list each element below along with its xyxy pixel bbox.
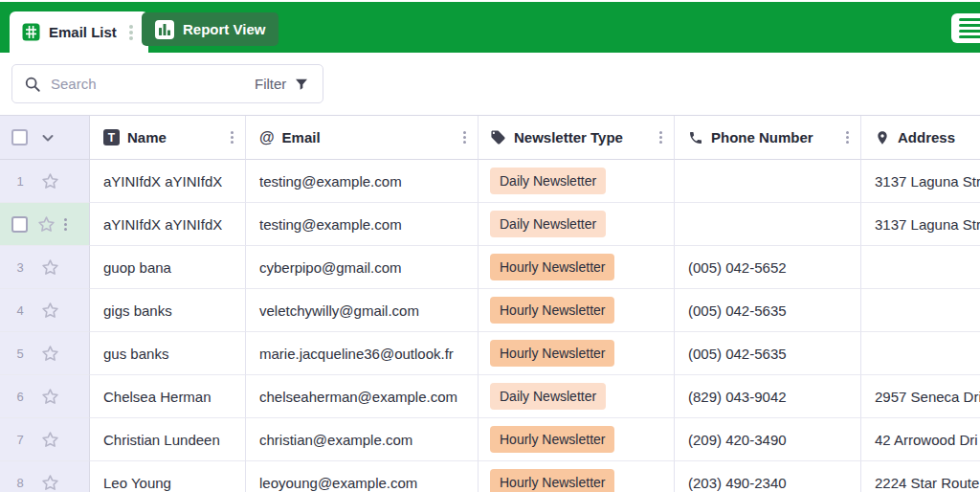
tab-menu-icon[interactable] xyxy=(125,23,137,42)
star-icon[interactable] xyxy=(40,387,60,407)
email-cell-text: christian@example.com xyxy=(259,432,412,448)
newsletter-type-cell[interactable]: Hourly Newsletter xyxy=(479,289,675,332)
newsletter-chip: Daily Newsletter xyxy=(490,168,606,194)
email-cell[interactable]: veletchywilly@gmail.com xyxy=(246,289,479,332)
newsletter-type-cell[interactable]: Daily Newsletter xyxy=(479,160,675,203)
phone-cell[interactable]: (005) 042-5635 xyxy=(675,332,861,375)
newsletter-type-cell[interactable]: Hourly Newsletter xyxy=(479,461,675,492)
phone-cell-text: (005) 042-5635 xyxy=(688,346,787,362)
newsletter-type-cell[interactable]: Daily Newsletter xyxy=(479,203,675,246)
bar-chart-icon xyxy=(155,20,174,39)
address-cell-text: 2957 Seneca Dri xyxy=(875,389,980,405)
column-menu-icon[interactable] xyxy=(459,129,470,145)
email-cell[interactable]: christian@example.com xyxy=(246,418,479,461)
row-number: 5 xyxy=(11,347,29,361)
phone-cell[interactable]: (005) 042-5652 xyxy=(675,246,861,289)
tab-report-view[interactable]: Report View xyxy=(142,12,278,46)
search-box[interactable] xyxy=(12,65,241,102)
table-row[interactable]: 1 aYINIfdX aYINIfdX testing@example.com … xyxy=(0,160,980,203)
name-cell-text: aYINIfdX aYINIfdX xyxy=(103,173,222,190)
newsletter-type-cell[interactable]: Hourly Newsletter xyxy=(479,418,675,461)
row-number: 6 xyxy=(11,390,29,404)
column-header-phone[interactable]: Phone Number xyxy=(675,116,861,160)
phone-cell-text: (209) 420-3490 xyxy=(688,432,787,448)
phone-cell[interactable] xyxy=(675,203,861,246)
address-cell[interactable]: 3137 Laguna Stre xyxy=(861,203,980,246)
email-cell-text: chelseaherman@example.com xyxy=(259,389,457,405)
email-cell-text: marie.jacqueline36@outlook.fr xyxy=(259,346,454,362)
table-row[interactable]: 8 Leo Young leoyoung@example.com Hourly … xyxy=(0,461,980,492)
column-header-address[interactable]: Address xyxy=(861,116,980,160)
name-cell[interactable]: aYINIfdX aYINIfdX xyxy=(90,160,246,203)
row-checkbox[interactable] xyxy=(11,216,28,233)
search-filter-bar: Filter xyxy=(11,64,323,103)
column-header-newsletter-type[interactable]: Newsletter Type xyxy=(479,116,675,160)
name-cell[interactable]: guop bana xyxy=(90,246,246,289)
column-menu-icon[interactable] xyxy=(656,129,666,145)
address-cell[interactable]: 2957 Seneca Dri xyxy=(861,375,980,418)
column-menu-icon[interactable] xyxy=(842,129,853,145)
column-header-email[interactable]: @ Email xyxy=(246,116,479,160)
phone-cell[interactable] xyxy=(675,160,861,203)
email-cell[interactable]: testing@example.com xyxy=(246,203,479,246)
star-icon[interactable] xyxy=(36,214,56,235)
star-icon[interactable] xyxy=(40,301,60,321)
select-all-checkbox[interactable] xyxy=(11,129,28,145)
address-cell[interactable]: 2224 Star Route. xyxy=(861,461,980,492)
name-cell[interactable]: Christian Lundeen xyxy=(90,418,246,461)
menu-button[interactable] xyxy=(951,13,980,43)
star-icon[interactable] xyxy=(40,430,60,450)
phone-cell[interactable]: (203) 490-2340 xyxy=(675,461,861,492)
address-cell[interactable]: 42 Arrowood Dri xyxy=(861,418,980,461)
phone-cell-text: (829) 043-9042 xyxy=(688,389,787,405)
name-cell-text: gus banks xyxy=(103,346,168,362)
name-cell[interactable]: gigs banks xyxy=(90,289,246,332)
address-cell[interactable] xyxy=(861,246,980,289)
email-cell[interactable]: testing@example.com xyxy=(246,160,479,203)
table-row[interactable]: 6 Chelsea Herman chelseaherman@example.c… xyxy=(0,375,980,418)
table-row[interactable]: 4 gigs banks veletchywilly@gmail.com Hou… xyxy=(0,289,980,332)
map-pin-icon xyxy=(875,130,890,145)
table-row[interactable]: 5 gus banks marie.jacqueline36@outlook.f… xyxy=(0,332,980,375)
table-row[interactable]: 2 aYINIfdX aYINIfdX testing@example.com … xyxy=(0,203,980,246)
column-header-label: Phone Number xyxy=(711,129,835,145)
email-cell[interactable]: leoyoung@example.com xyxy=(246,461,479,492)
row-gutter-cell: 5 xyxy=(0,332,90,375)
address-cell[interactable] xyxy=(861,289,980,332)
email-cell[interactable]: marie.jacqueline36@outlook.fr xyxy=(246,332,479,375)
name-cell[interactable]: Chelsea Herman xyxy=(90,375,246,418)
star-icon[interactable] xyxy=(40,257,60,278)
newsletter-type-cell[interactable]: Hourly Newsletter xyxy=(479,246,675,289)
tag-icon xyxy=(490,129,506,145)
name-cell[interactable]: Leo Young xyxy=(90,461,246,492)
email-cell[interactable]: chelseaherman@example.com xyxy=(246,375,479,418)
newsletter-type-cell[interactable]: Daily Newsletter xyxy=(479,375,675,418)
address-cell-text: 3137 Laguna Stre xyxy=(875,216,980,233)
row-menu-icon[interactable] xyxy=(60,216,71,233)
star-icon[interactable] xyxy=(40,171,60,191)
phone-cell[interactable]: (005) 042-5635 xyxy=(675,289,861,332)
row-number: 7 xyxy=(11,433,29,447)
address-cell[interactable] xyxy=(861,332,980,375)
name-cell[interactable]: gus banks xyxy=(90,332,246,375)
star-icon[interactable] xyxy=(40,473,60,492)
tab-report-view-label: Report View xyxy=(183,21,265,37)
phone-cell[interactable]: (209) 420-3490 xyxy=(675,418,861,461)
filter-button[interactable]: Filter xyxy=(241,65,323,102)
star-icon[interactable] xyxy=(40,344,60,364)
row-gutter-cell: 4 xyxy=(0,289,90,332)
address-cell[interactable]: 3137 Laguna Stre xyxy=(861,160,980,203)
table-row[interactable]: 7 Christian Lundeen christian@example.co… xyxy=(0,418,980,461)
tab-email-list[interactable]: Email List xyxy=(10,11,148,53)
chevron-down-icon[interactable] xyxy=(40,130,56,145)
column-header-name[interactable]: T Name xyxy=(90,116,246,160)
name-cell[interactable]: aYINIfdX aYINIfdX xyxy=(90,203,246,246)
phone-cell[interactable]: (829) 043-9042 xyxy=(675,375,861,418)
newsletter-chip: Daily Newsletter xyxy=(490,211,606,237)
newsletter-type-cell[interactable]: Hourly Newsletter xyxy=(479,332,675,375)
column-menu-icon[interactable] xyxy=(227,129,237,145)
table-row[interactable]: 3 guop bana cyberpipo@gmail.com Hourly N… xyxy=(0,246,980,289)
email-cell[interactable]: cyberpipo@gmail.com xyxy=(246,246,479,289)
email-cell-text: veletchywilly@gmail.com xyxy=(259,302,419,319)
search-input[interactable] xyxy=(51,76,241,92)
